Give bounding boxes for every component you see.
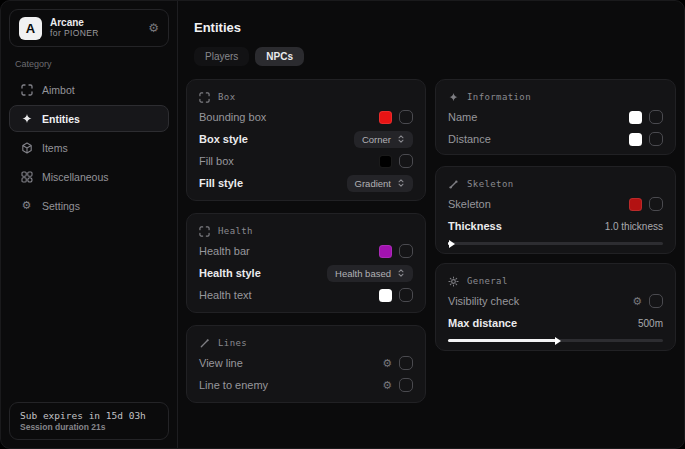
scan-icon bbox=[20, 84, 33, 96]
slider-handle[interactable] bbox=[555, 337, 561, 345]
color-swatch[interactable] bbox=[379, 111, 392, 124]
card-title: Information bbox=[467, 92, 531, 102]
chevron-updown-icon bbox=[397, 178, 405, 188]
chevron-updown-icon bbox=[397, 134, 405, 144]
setting-label: Bounding box bbox=[199, 111, 266, 123]
card-lines: Lines View line ⚙ Line to enemy ⚙ bbox=[186, 325, 426, 403]
sidebar-item-aimbot[interactable]: Aimbot bbox=[9, 76, 169, 103]
health-style-dropdown[interactable]: Health based bbox=[327, 265, 413, 282]
session-duration-text: Session duration 21s bbox=[20, 422, 158, 432]
setting-row: Line to enemy ⚙ bbox=[199, 377, 413, 393]
setting-label: Name bbox=[448, 111, 477, 123]
chevron-updown-icon bbox=[397, 268, 405, 278]
sidebar-item-entities[interactable]: Entities bbox=[9, 105, 169, 132]
setting-row: Bounding box bbox=[199, 109, 413, 125]
tab-players[interactable]: Players bbox=[194, 47, 249, 66]
dropdown-value: Health based bbox=[335, 268, 391, 279]
sidebar-item-label: Settings bbox=[42, 200, 80, 212]
max-distance-slider[interactable] bbox=[448, 335, 663, 345]
dropdown-value: Corner bbox=[362, 134, 391, 145]
card-title: Box bbox=[218, 92, 235, 102]
checkbox[interactable] bbox=[649, 110, 663, 124]
gear-icon[interactable]: ⚙ bbox=[632, 296, 642, 307]
setting-row: Health text bbox=[199, 287, 413, 303]
card-information: Information Name Distance bbox=[435, 79, 676, 155]
setting-label: Distance bbox=[448, 133, 491, 145]
card-title: Lines bbox=[218, 338, 247, 348]
sidebar-item-label: Items bbox=[42, 142, 68, 154]
setting-row: Thickness 1.0 thickness bbox=[448, 218, 663, 234]
setting-row: Max distance 500m bbox=[448, 315, 663, 331]
setting-label: Fill style bbox=[199, 177, 243, 189]
color-swatch[interactable] bbox=[379, 245, 392, 258]
sidebar-item-miscellaneous[interactable]: Miscellaneous bbox=[9, 163, 169, 190]
checkbox[interactable] bbox=[649, 197, 663, 211]
sub-expiry-text: Sub expires in 15d 03h bbox=[20, 410, 158, 421]
setting-label: Health bar bbox=[199, 245, 250, 257]
setting-row: Health bar bbox=[199, 243, 413, 259]
checkbox[interactable] bbox=[399, 356, 413, 370]
checkbox[interactable] bbox=[399, 288, 413, 302]
thickness-slider[interactable] bbox=[448, 238, 663, 248]
setting-label: Health text bbox=[199, 289, 252, 301]
slider-fill bbox=[448, 242, 450, 245]
right-column: Information Name Distance bbox=[435, 79, 676, 363]
color-swatch[interactable] bbox=[629, 198, 642, 211]
gear-icon[interactable]: ⚙ bbox=[148, 21, 159, 35]
checkbox[interactable] bbox=[649, 294, 663, 308]
card-health: Health Health bar Health style Health ba… bbox=[186, 213, 426, 313]
subscription-info: Sub expires in 15d 03h Session duration … bbox=[9, 402, 169, 440]
left-column: Box Bounding box Box style Corner bbox=[186, 79, 426, 415]
sparkle-icon bbox=[20, 113, 33, 125]
sidebar-item-label: Aimbot bbox=[42, 84, 75, 96]
checkbox[interactable] bbox=[399, 244, 413, 258]
card-general: General Visibility check ⚙ Max distance … bbox=[435, 263, 676, 351]
checkbox[interactable] bbox=[399, 154, 413, 168]
gear-icon[interactable]: ⚙ bbox=[382, 358, 392, 369]
color-swatch[interactable] bbox=[379, 289, 392, 302]
setting-label: Thickness bbox=[448, 220, 502, 232]
sidebar-item-settings[interactable]: ⚙ Settings bbox=[9, 192, 169, 219]
checkbox[interactable] bbox=[399, 110, 413, 124]
checkbox[interactable] bbox=[399, 378, 413, 392]
setting-label: Visibility check bbox=[448, 295, 519, 307]
setting-row: Fill box bbox=[199, 153, 413, 169]
fill-style-dropdown[interactable]: Gradient bbox=[347, 175, 413, 192]
slider-track bbox=[448, 242, 663, 245]
brand-card: A Arcane for PIONER ⚙ bbox=[9, 9, 169, 47]
sidebar-item-label: Entities bbox=[42, 113, 80, 125]
sidebar-item-items[interactable]: Items bbox=[9, 134, 169, 161]
card-box: Box Bounding box Box style Corner bbox=[186, 79, 426, 201]
gear-icon[interactable]: ⚙ bbox=[382, 380, 392, 391]
sparkle-icon bbox=[448, 92, 459, 103]
max-distance-value: 500m bbox=[638, 318, 663, 329]
card-skeleton: Skeleton Skeleton Thickness 1.0 thicknes… bbox=[435, 166, 676, 254]
thickness-value: 1.0 thickness bbox=[605, 221, 663, 232]
corners-icon bbox=[199, 226, 210, 237]
sidebar: A Arcane for PIONER ⚙ Category Aimbot En… bbox=[1, 1, 178, 448]
page-title: Entities bbox=[194, 20, 241, 35]
setting-row: Health style Health based bbox=[199, 265, 413, 281]
app-subtitle: for PIONER bbox=[50, 29, 99, 39]
tab-npcs[interactable]: NPCs bbox=[255, 47, 304, 66]
dropdown-value: Gradient bbox=[355, 178, 391, 189]
color-swatch[interactable] bbox=[629, 111, 642, 124]
setting-row: Fill style Gradient bbox=[199, 175, 413, 191]
color-swatch[interactable] bbox=[629, 133, 642, 146]
setting-label: Box style bbox=[199, 133, 248, 145]
setting-label: Skeleton bbox=[448, 198, 491, 210]
setting-row: Visibility check ⚙ bbox=[448, 293, 663, 309]
sun-icon bbox=[448, 276, 459, 287]
puzzle-icon bbox=[20, 171, 33, 183]
setting-row: Distance bbox=[448, 131, 663, 147]
slider-handle[interactable] bbox=[449, 240, 455, 248]
box-style-dropdown[interactable]: Corner bbox=[354, 131, 413, 148]
setting-row: Skeleton bbox=[448, 196, 663, 212]
app-logo: A bbox=[19, 17, 42, 40]
checkbox[interactable] bbox=[649, 132, 663, 146]
card-title: Skeleton bbox=[467, 179, 514, 189]
color-swatch[interactable] bbox=[379, 155, 392, 168]
sidebar-item-label: Miscellaneous bbox=[42, 171, 109, 183]
setting-label: Health style bbox=[199, 267, 261, 279]
setting-row: View line ⚙ bbox=[199, 355, 413, 371]
